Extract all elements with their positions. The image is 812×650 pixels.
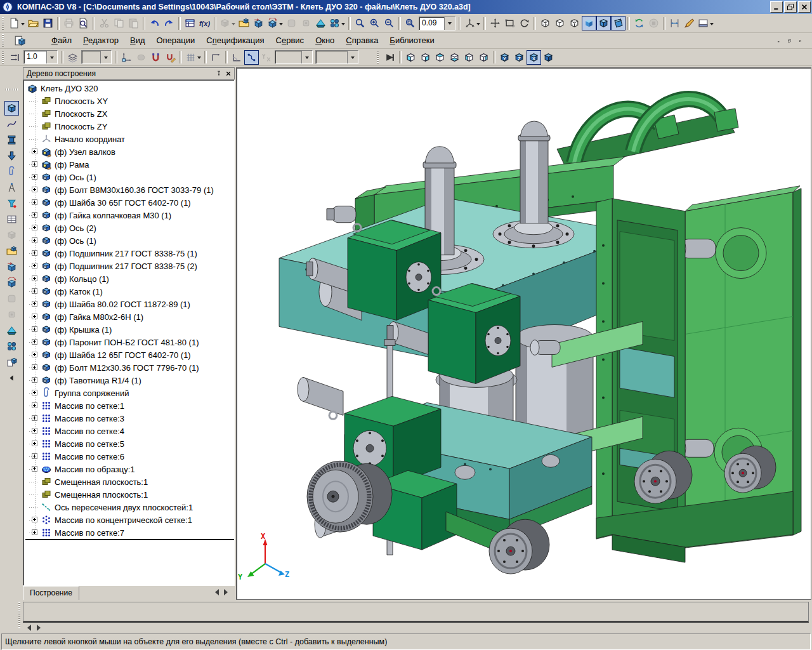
collapse-panel-button[interactable] xyxy=(4,371,19,385)
rebuild-model-button[interactable] xyxy=(383,50,397,65)
property-tab-left-button[interactable] xyxy=(25,625,31,631)
tree-expander[interactable] xyxy=(31,526,40,539)
combo-dropdown-button[interactable] xyxy=(444,17,455,30)
tree-item[interactable]: Смещенная плоскость:1 xyxy=(25,488,234,501)
doc-minimize-button[interactable] xyxy=(773,36,784,46)
tree-item[interactable]: (ф) Тавотница R1/4 (1) xyxy=(25,374,234,387)
3d-model[interactable] xyxy=(237,68,811,599)
refresh-image-button[interactable] xyxy=(632,16,646,30)
toolbar-grip[interactable] xyxy=(1,51,6,63)
tree-expander[interactable] xyxy=(31,348,40,361)
section-operation-button[interactable] xyxy=(313,16,328,30)
edit-component-button[interactable] xyxy=(237,16,251,30)
tree-item[interactable]: Массив по сетке:7 xyxy=(25,526,234,540)
snap-edit-button[interactable] xyxy=(163,50,178,65)
tree-expander[interactable] xyxy=(31,412,40,425)
tree-item[interactable]: (ф) Ось (2) xyxy=(25,222,234,234)
paste-button[interactable] xyxy=(126,16,141,30)
wireframe-mode-button[interactable] xyxy=(538,16,553,30)
tree-item[interactable]: (ф) Болт М12х30.36 ГОСТ 7796-70 (1) xyxy=(25,361,234,374)
combo-dropdown-button[interactable] xyxy=(347,51,358,63)
new-document-button[interactable] xyxy=(8,16,26,30)
menu-service[interactable]: Сервис xyxy=(270,34,310,48)
measure-3d-button[interactable] xyxy=(667,16,682,30)
angle-snap-button[interactable] xyxy=(230,50,244,65)
tree-expander[interactable] xyxy=(31,95,40,107)
coordinates-button[interactable] xyxy=(259,50,273,65)
tree-item[interactable]: (ф) Паронит ПОН-Б2 ГОСТ 481-80 (1) xyxy=(25,336,234,348)
grid-button[interactable] xyxy=(184,50,202,65)
tree-expander[interactable] xyxy=(31,120,40,133)
tree-item[interactable]: Массив по концентрической сетке:1 xyxy=(25,514,234,526)
combo-dropdown-button[interactable] xyxy=(46,51,57,63)
tree-item[interactable]: Смещенная плоскость:1 xyxy=(25,475,234,488)
tree-item[interactable]: Группа сопряжений xyxy=(25,387,234,399)
variables-button[interactable]: f(x) xyxy=(197,16,212,30)
tree-expander[interactable] xyxy=(31,501,40,514)
interrupt-button[interactable] xyxy=(646,16,661,30)
menu-editor[interactable]: Редактор xyxy=(77,34,124,48)
cut-operation-button[interactable] xyxy=(284,16,299,30)
view-right-button[interactable] xyxy=(476,50,491,65)
hole-round-button[interactable] xyxy=(4,307,19,322)
view-bottom-button[interactable] xyxy=(447,50,462,65)
document-type-button[interactable] xyxy=(10,34,29,48)
property-tab-right-button[interactable] xyxy=(37,625,43,631)
tree-expander[interactable] xyxy=(31,387,40,399)
print-button[interactable] xyxy=(62,16,76,30)
hidden-lines-thin-button[interactable] xyxy=(567,16,582,30)
customize-panels-button[interactable] xyxy=(697,16,715,30)
combo-dropdown-button[interactable] xyxy=(100,51,111,63)
tree-expander[interactable] xyxy=(31,374,40,387)
spatial-curves-button[interactable] xyxy=(4,117,19,131)
view-isometry-yxz-button[interactable] xyxy=(527,50,541,65)
layers-button[interactable] xyxy=(65,50,80,65)
tree-item[interactable]: (ф) Каток (1) xyxy=(25,285,234,298)
tree-item[interactable]: (ф) Подшипник 217 ГОСТ 8338-75 (2) xyxy=(25,260,234,272)
menu-file[interactable]: Файл xyxy=(46,34,77,48)
pan-view-button[interactable] xyxy=(488,16,502,30)
edit-part-button[interactable] xyxy=(4,101,19,116)
tree-expander[interactable] xyxy=(31,463,40,475)
zoom-in-button[interactable] xyxy=(367,16,382,30)
tree-expander[interactable] xyxy=(31,514,40,526)
tree-expander[interactable] xyxy=(31,133,40,145)
rotate-view-button[interactable] xyxy=(517,16,532,30)
create-part-button[interactable] xyxy=(4,355,19,369)
tree-item[interactable]: Массив по сетке:5 xyxy=(25,437,234,450)
minimize-button[interactable] xyxy=(770,1,783,13)
tree-item[interactable]: (ф) Гайка колпачковая М30 (1) xyxy=(25,209,234,222)
mates-button[interactable] xyxy=(4,164,19,179)
tree-expander[interactable] xyxy=(31,361,40,374)
tree-item[interactable]: (ф) Гайка М80х2-6Н (1) xyxy=(25,310,234,323)
pin-panel-button[interactable] xyxy=(214,69,223,78)
tree-item[interactable]: Плоскость ZY xyxy=(25,120,234,133)
panel-grip[interactable] xyxy=(5,88,18,93)
tree-expander[interactable] xyxy=(31,158,40,171)
tree-expander[interactable] xyxy=(31,171,40,183)
style-button[interactable] xyxy=(682,16,697,30)
specification-panel-button[interactable] xyxy=(4,212,19,227)
redo-button[interactable] xyxy=(162,16,176,30)
toolbar-grip[interactable] xyxy=(376,51,381,63)
revolve-operation-button[interactable] xyxy=(266,16,284,30)
tree-item[interactable]: (ф) Рама xyxy=(25,158,234,171)
snap-magnet-button[interactable] xyxy=(148,50,163,65)
tree-expander[interactable] xyxy=(31,196,40,209)
zoom-value-combo[interactable]: 0.09 xyxy=(419,17,455,30)
show-all-button[interactable] xyxy=(502,16,517,30)
tree-expander[interactable] xyxy=(31,475,40,488)
doc-close-button[interactable] xyxy=(795,36,806,46)
zoom-out-button[interactable] xyxy=(382,16,396,30)
measurements-button[interactable] xyxy=(4,180,19,195)
open-document-button[interactable] xyxy=(26,16,41,30)
menu-view[interactable]: Вид xyxy=(124,34,151,48)
add-component-button[interactable] xyxy=(4,244,19,258)
tree-expander[interactable] xyxy=(31,425,40,437)
tab-scroll-right-button[interactable] xyxy=(224,589,230,595)
property-bar-grip[interactable] xyxy=(18,602,22,628)
menu-operations[interactable]: Операции xyxy=(150,34,200,48)
move-component-button[interactable] xyxy=(4,260,19,274)
fillet-operation-button[interactable] xyxy=(4,291,19,306)
cut-button[interactable] xyxy=(97,16,112,30)
